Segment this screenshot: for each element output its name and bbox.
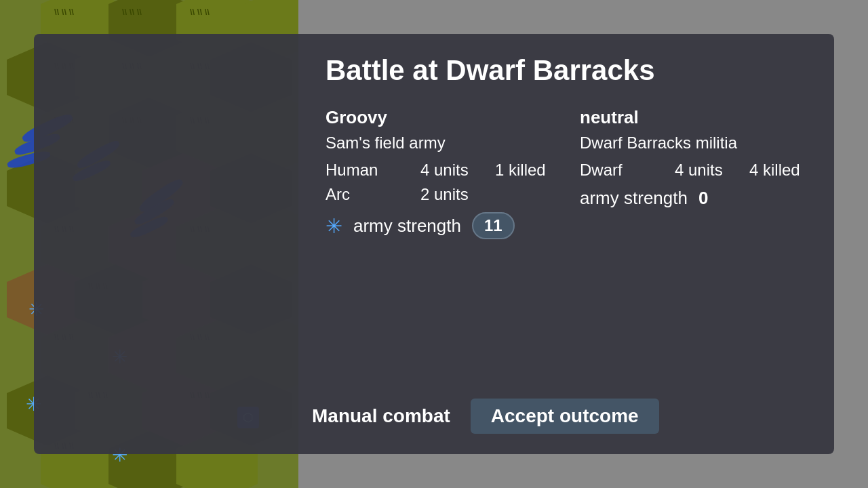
left-faction-name: Groovy <box>326 107 553 128</box>
left-unit-type-1: Arc <box>326 185 407 204</box>
battle-panel: Battle at Dwarf Barracks Groovy Sam's fi… <box>34 34 834 454</box>
left-strength-label: army strength <box>353 216 461 237</box>
left-unit-count-1: 2 units <box>420 185 481 204</box>
left-strength-badge: 11 <box>472 212 515 239</box>
right-army-name: Dwarf Barracks militia <box>580 134 807 152</box>
right-strength-row: army strength 0 <box>580 188 807 209</box>
left-unit-row-0: Human 4 units 1 killed <box>326 161 553 180</box>
panel-content: Battle at Dwarf Barracks Groovy Sam's fi… <box>298 34 834 454</box>
right-unit-count-0: 4 units <box>675 161 736 180</box>
battle-title: Battle at Dwarf Barracks <box>326 54 807 87</box>
battle-columns: Groovy Sam's field army Human 4 units 1 … <box>326 107 807 239</box>
left-army-name: Sam's field army <box>326 134 553 152</box>
right-unit-row-0: Dwarf 4 units 4 killed <box>580 161 807 180</box>
right-unit-type-0: Dwarf <box>580 161 661 180</box>
left-unit-row-1: Arc 2 units <box>326 185 553 204</box>
left-unit-killed-0: 1 killed <box>495 161 546 180</box>
left-unit-count-0: 4 units <box>420 161 481 180</box>
right-faction-name: neutral <box>580 107 807 128</box>
right-strength-value: 0 <box>698 188 708 209</box>
accept-outcome-button[interactable]: Accept outcome <box>471 399 659 434</box>
snowflake-strength-icon: ✳ <box>326 214 342 238</box>
manual-combat-button[interactable]: Manual combat <box>298 399 464 434</box>
right-unit-killed-0: 4 killed <box>749 161 800 180</box>
left-strength-row: ✳ army strength 11 <box>326 212 553 239</box>
right-strength-label: army strength <box>580 188 688 209</box>
left-faction-column: Groovy Sam's field army Human 4 units 1 … <box>326 107 566 239</box>
right-faction-column: neutral Dwarf Barracks militia Dwarf 4 u… <box>566 107 807 239</box>
left-unit-type-0: Human <box>326 161 407 180</box>
bottom-buttons: Manual combat Accept outcome <box>298 399 659 434</box>
